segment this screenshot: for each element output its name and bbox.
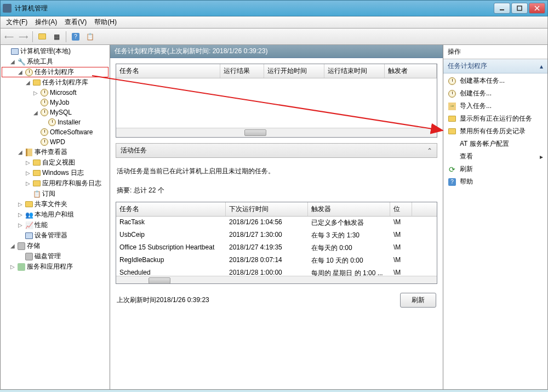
refresh-button[interactable]: 刷新 [400,293,436,308]
table-row[interactable]: Office 15 Subscription Heartbeat2018/1/2… [116,242,437,254]
col-trigger[interactable]: 触发者 [385,64,437,78]
action-view[interactable]: 查看 [444,150,546,163]
tree-scheduler[interactable]: ◢任务计划程序 [2,67,109,77]
task-status-list: 任务名 运行结果 运行开始时间 运行结束时间 触发者 [116,64,437,138]
col-name[interactable]: 任务名 [116,64,220,78]
tree-diskmgmt[interactable]: 磁盘管理 [2,251,109,262]
tree-sharedfolders[interactable]: ▷共享文件夹 [2,199,109,209]
tree-schedlib[interactable]: ◢任务计划程序库 [2,77,109,88]
action-refresh[interactable]: ⟳刷新 [444,163,546,175]
actions-title: 操作 [443,45,547,59]
tree-appservicelogs[interactable]: ▷应用程序和服务日志 [2,178,109,189]
tcol-loc[interactable]: 位 [390,202,412,216]
maximize-button[interactable] [511,3,528,14]
back-button[interactable]: ⟵ [3,31,15,43]
table-row[interactable]: RacTask2018/1/26 1:04:56已定义多个触发器\M [116,217,437,229]
table-horizontal-scrollbar[interactable] [116,276,437,284]
app-icon [3,4,12,13]
svg-rect-1 [517,6,522,10]
tree-eventviewer[interactable]: ◢事件查看器 [2,147,109,157]
collapse-actions-icon[interactable]: ▴ [540,63,543,70]
active-tasks-header[interactable]: 活动任务 ⌃ [116,143,437,158]
last-refresh-label: 上次刷新时间2018/1/26 0:39:23 [117,296,209,305]
menu-help[interactable]: 帮助(H) [91,16,120,28]
active-summary: 摘要: 总计 22 个 [116,185,437,196]
active-tasks-table: 任务名 下次运行时间 触发器 位 RacTask2018/1/26 1:04:5… [116,202,437,284]
center-panel: 任务计划程序摘要(上次刷新时间: 2018/1/26 0:39:23) 任务名 … [110,45,443,389]
help-button[interactable]: ? [70,31,82,43]
center-header: 任务计划程序摘要(上次刷新时间: 2018/1/26 0:39:23) [110,45,443,58]
menubar: 文件(F) 操作(A) 查看(V) 帮助(H) [0,16,548,29]
window-title: 计算机管理 [15,4,494,13]
action-create-basic[interactable]: 创建基本任务... [444,75,546,87]
menu-action[interactable]: 操作(A) [32,16,60,28]
tree-mysql[interactable]: ◢MySQL [2,107,109,117]
tree-myjob[interactable]: MyJob [2,98,109,107]
tree-storage[interactable]: ◢存储 [2,241,109,251]
col-start[interactable]: 运行开始时间 [264,64,324,78]
tree-winlogs[interactable]: ▷Windows 日志 [2,168,109,178]
toolbar: ⟵ ⟶ ▦ ? 📋 [0,29,548,45]
action-disable-history[interactable]: 禁用所有任务历史记录 [444,125,546,138]
tree-officesoftware[interactable]: OfficeSoftware [2,127,109,137]
horizontal-scrollbar[interactable] [116,128,437,137]
action-show-running[interactable]: 显示所有正在运行的任务 [444,112,546,125]
table-row[interactable]: RegIdleBackup2018/1/28 0:07:14在每 10 天的 0… [116,254,437,267]
col-end[interactable]: 运行结束时间 [324,64,385,78]
titlebar: 计算机管理 [0,0,548,16]
tree-subscriptions[interactable]: 📋订阅 [2,189,109,199]
tree-panel[interactable]: 计算机管理(本地) ◢🔧系统工具 ◢任务计划程序 ◢任务计划程序库 ▷Micro… [1,45,110,389]
show-hide-tree-button[interactable]: ▦ [50,31,62,43]
tree-performance[interactable]: ▷📈性能 [2,220,109,230]
up-button[interactable] [36,31,48,43]
tcol-trigger[interactable]: 触发器 [308,202,390,216]
tree-customviews[interactable]: ▷自定义视图 [2,157,109,168]
close-button[interactable] [529,3,545,14]
collapse-icon: ⌃ [427,147,432,155]
minimize-button[interactable] [494,3,510,14]
tree-wpd[interactable]: WPD [2,137,109,147]
tree-installer[interactable]: Installer [2,117,109,127]
action-help[interactable]: ?帮助 [444,175,546,188]
tree-localusers[interactable]: ▷👥本地用户和组 [2,209,109,220]
action-at-service[interactable]: AT 服务帐户配置 [444,138,546,150]
menu-file[interactable]: 文件(F) [3,16,31,28]
actions-panel: 操作 任务计划程序 ▴ 创建基本任务... 创建任务... 导入任务... 显示… [443,45,547,389]
active-desc: 活动任务是当前已在此计算机上启用且未过期的任务。 [116,163,437,179]
action-import[interactable]: 导入任务... [444,100,546,112]
tcol-name[interactable]: 任务名 [116,202,226,216]
menu-view[interactable]: 查看(V) [61,16,90,28]
table-row[interactable]: Scheduled2018/1/28 1:00:00每周的 星期日 的 1:00… [116,267,437,276]
tree-microsoft[interactable]: ▷Microsoft [2,88,109,98]
table-row[interactable]: UsbCeip2018/1/27 1:30:00在每 3 天的 1:30\M [116,229,437,242]
forward-button[interactable]: ⟶ [17,31,29,43]
tree-root[interactable]: 计算机管理(本地) [2,46,109,56]
tree-services[interactable]: ▷服务和应用程序 [2,262,109,272]
tree-devicemgr[interactable]: 设备管理器 [2,230,109,241]
tcol-next[interactable]: 下次运行时间 [226,202,308,216]
properties-button[interactable]: 📋 [84,31,96,43]
action-create[interactable]: 创建任务... [444,87,546,100]
actions-subtitle: 任务计划程序 ▴ [443,59,547,73]
col-result[interactable]: 运行结果 [220,64,264,78]
tree-systools[interactable]: ◢🔧系统工具 [2,56,109,67]
